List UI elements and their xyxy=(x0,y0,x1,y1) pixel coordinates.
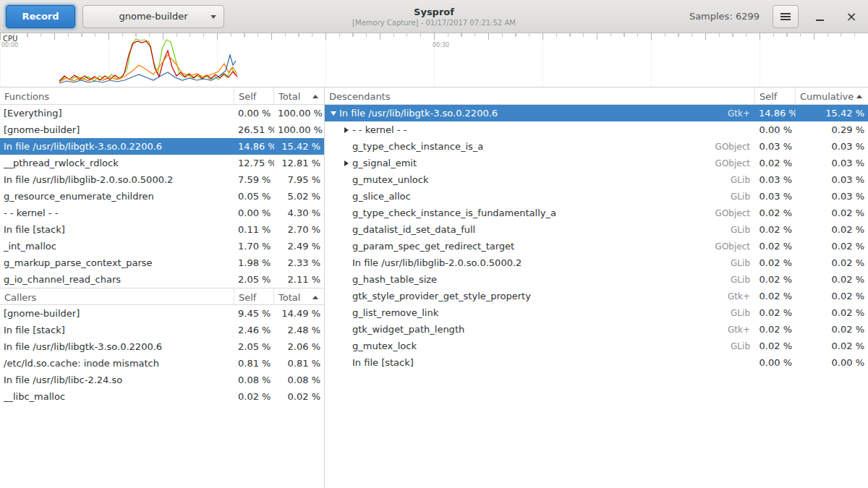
cumulative-percent: 0.03 % xyxy=(796,189,868,205)
self-percent: 0.02 % xyxy=(755,272,796,288)
hamburger-icon xyxy=(780,13,791,20)
column-header-self[interactable]: Self xyxy=(234,288,274,306)
column-header-self[interactable]: Self xyxy=(755,87,796,105)
table-row[interactable]: gtk_style_provider_get_style_propertyGtk… xyxy=(325,288,868,304)
column-header-cumulative[interactable]: Cumulative xyxy=(796,87,868,105)
table-row[interactable]: gtk_widget_path_lengthGtk+0.02 %0.02 % xyxy=(325,321,868,338)
self-percent: 0.02 % xyxy=(755,239,796,254)
table-row[interactable]: [gnome-builder]9.45 %14.49 % xyxy=(0,305,324,322)
total-percent: 2.11 % xyxy=(274,272,324,288)
library-label: GLib xyxy=(705,222,755,238)
function-name: [gnome-builder] xyxy=(0,306,234,322)
self-percent: 0.02 % xyxy=(755,155,796,171)
library-label: GObject xyxy=(705,139,755,155)
profile-selector-dropdown[interactable]: gnome-builder xyxy=(82,5,224,28)
function-name: g_mutex_unlock xyxy=(352,172,428,188)
table-row[interactable]: In file [stack]0.11 %2.70 % xyxy=(0,221,324,238)
close-button[interactable]: × xyxy=(841,6,862,27)
self-percent: 14.86 % xyxy=(755,106,796,121)
table-row[interactable]: __pthread_rwlock_rdlock12.75 %12.81 % xyxy=(0,155,324,171)
total-percent: 0.08 % xyxy=(274,372,324,388)
table-row[interactable]: __libc_malloc0.02 %0.02 % xyxy=(0,388,324,405)
function-name: In file /usr/lib/libgtk-3.so.0.2200.6 xyxy=(0,339,234,355)
function-name: g_hash_table_size xyxy=(352,272,437,288)
right-pane: Descendants Self Cumulative In file /usr… xyxy=(325,87,868,488)
self-percent: 0.03 % xyxy=(755,172,796,188)
self-percent: 7.59 % xyxy=(234,172,274,188)
functions-table-header: Functions Self Total xyxy=(0,87,324,105)
library-label: Gtk+ xyxy=(705,322,755,338)
total-percent: 100.00 % xyxy=(274,122,324,138)
table-row[interactable]: g_mutex_unlockGLib0.03 %0.03 % xyxy=(325,171,868,188)
minimize-icon xyxy=(816,20,824,21)
self-percent: 0.02 % xyxy=(234,389,274,405)
column-header-callers[interactable]: Callers xyxy=(0,288,234,306)
function-name: g_markup_parse_context_parse xyxy=(0,255,234,271)
cumulative-percent: 0.03 % xyxy=(796,155,868,171)
table-row[interactable]: In file /usr/lib/libc-2.24.so0.08 %0.08 … xyxy=(0,372,324,388)
callers-table-header: Callers Self Total xyxy=(0,288,324,305)
table-row[interactable]: /etc/ld.so.cache: inode mismatch0.81 %0.… xyxy=(0,355,324,372)
total-percent: 12.81 % xyxy=(274,155,324,171)
table-row[interactable]: [gnome-builder]26.51 %100.00 % xyxy=(0,121,324,138)
function-name: In file /usr/lib/libgtk-3.so.0.2200.6 xyxy=(339,106,498,121)
table-row[interactable]: g_markup_parse_context_parse1.98 %2.33 % xyxy=(0,254,324,271)
library-label: GObject xyxy=(705,239,755,254)
self-percent: 0.03 % xyxy=(755,139,796,155)
column-header-self[interactable]: Self xyxy=(234,87,274,105)
total-percent: 14.49 % xyxy=(274,306,324,322)
table-row[interactable]: - - kernel - -0.00 %0.29 % xyxy=(325,121,868,138)
table-row[interactable]: In file /usr/lib/libgtk-3.so.0.2200.614.… xyxy=(0,138,324,155)
cpu-timeline[interactable]: CPU 00:00 00:30 xyxy=(0,33,868,87)
table-row[interactable]: g_mutex_lockGLib0.02 %0.02 % xyxy=(325,338,868,354)
table-row[interactable]: g_io_channel_read_chars2.05 %2.11 % xyxy=(0,271,324,288)
expander-collapsed-icon[interactable] xyxy=(341,160,352,166)
column-header-total[interactable]: Total xyxy=(274,288,324,306)
descendant-name-cell: In file /usr/lib/libgtk-3.so.0.2200.6 xyxy=(325,106,705,121)
table-row[interactable]: In file /usr/lib/libgtk-3.so.0.2200.62.0… xyxy=(0,338,324,355)
table-row[interactable]: In file /usr/lib/libglib-2.0.so.0.5000.2… xyxy=(325,254,868,271)
table-row[interactable]: [Everything]0.00 %100.00 % xyxy=(0,105,324,121)
function-name: In file /usr/lib/libglib-2.0.so.0.5000.2 xyxy=(352,255,522,271)
self-percent: 0.02 % xyxy=(755,305,796,321)
table-row[interactable]: In file [stack]2.46 %2.48 % xyxy=(0,322,324,338)
table-row[interactable]: _int_malloc1.70 %2.49 % xyxy=(0,238,324,254)
table-row[interactable]: g_param_spec_get_redirect_targetGObject0… xyxy=(325,238,868,254)
function-name: g_type_check_instance_is_a xyxy=(352,139,483,155)
self-percent: 0.02 % xyxy=(755,222,796,238)
total-percent: 2.70 % xyxy=(274,222,324,238)
function-name: /etc/ld.so.cache: inode mismatch xyxy=(0,356,234,372)
function-name: _int_malloc xyxy=(0,239,234,254)
table-row[interactable]: g_type_check_instance_is_fundamentally_a… xyxy=(325,205,868,221)
table-row[interactable]: g_slice_allocGLib0.03 %0.03 % xyxy=(325,188,868,205)
minimize-button[interactable] xyxy=(809,6,830,27)
self-percent: 2.05 % xyxy=(234,272,274,288)
table-row[interactable]: g_list_remove_linkGLib0.02 %0.02 % xyxy=(325,304,868,321)
table-row[interactable]: g_resource_enumerate_children0.05 %5.02 … xyxy=(0,188,324,205)
table-row[interactable]: g_datalist_id_set_data_fullGLib0.02 %0.0… xyxy=(325,221,868,238)
table-row[interactable]: g_signal_emitGObject0.02 %0.03 % xyxy=(325,155,868,171)
main-content: Functions Self Total [Everything]0.00 %1… xyxy=(0,87,868,488)
total-percent: 2.33 % xyxy=(274,255,324,271)
total-percent: 15.42 % xyxy=(274,139,324,155)
sort-indicator-icon xyxy=(856,95,862,98)
cumulative-percent: 15.42 % xyxy=(796,106,868,121)
function-name: g_signal_emit xyxy=(352,155,417,171)
header-right-controls: Samples: 6299 × xyxy=(689,5,862,28)
column-header-total[interactable]: Total xyxy=(274,87,324,105)
function-name: __libc_malloc xyxy=(0,389,234,405)
table-row[interactable]: - - kernel - -0.00 %4.30 % xyxy=(0,205,324,221)
expander-expanded-icon[interactable] xyxy=(328,111,339,116)
table-row[interactable]: g_hash_table_sizeGLib0.02 %0.02 % xyxy=(325,271,868,288)
column-header-functions[interactable]: Functions xyxy=(0,87,234,105)
descendant-name-cell: g_list_remove_link xyxy=(325,305,705,321)
table-row[interactable]: g_type_check_instance_is_aGObject0.03 %0… xyxy=(325,138,868,155)
right-pane-empty-area xyxy=(325,371,868,488)
record-button[interactable]: Record xyxy=(6,5,75,28)
menu-button[interactable] xyxy=(773,5,799,28)
column-header-descendants[interactable]: Descendants xyxy=(325,87,755,105)
table-row[interactable]: In file /usr/lib/libglib-2.0.so.0.5000.2… xyxy=(0,171,324,188)
table-row[interactable]: In file [stack]0.00 %0.00 % xyxy=(325,354,868,371)
expander-collapsed-icon[interactable] xyxy=(341,127,352,133)
table-row[interactable]: In file /usr/lib/libgtk-3.so.0.2200.6Gtk… xyxy=(325,105,868,121)
